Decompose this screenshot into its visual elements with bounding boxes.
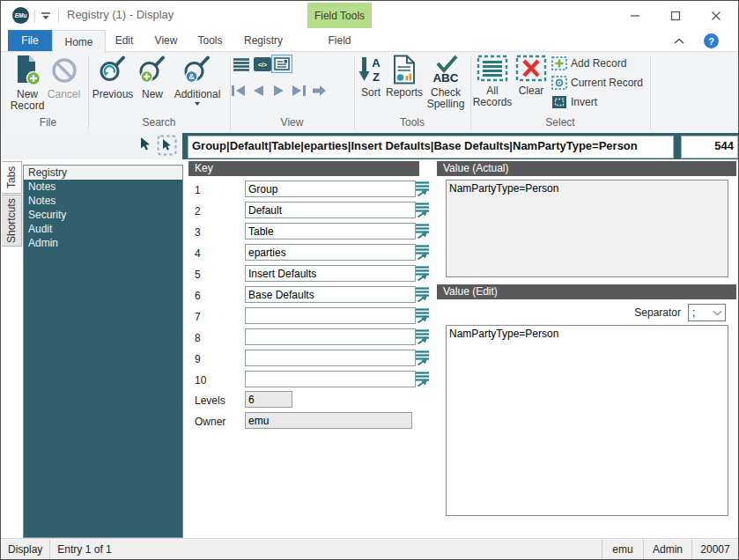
sidebar-item-admin[interactable]: Admin: [24, 236, 182, 250]
current-record-button[interactable]: Current Record: [551, 75, 643, 91]
registry-path-field[interactable]: Group|Default|Table|eparties|Insert Defa…: [188, 136, 674, 158]
previous-record-icon[interactable]: [250, 84, 267, 98]
new-record-button[interactable]: New Record: [10, 55, 45, 112]
details-view-icon[interactable]: [271, 55, 292, 73]
tab-registry[interactable]: Registry: [233, 30, 294, 51]
value-edit-textarea[interactable]: NamPartyType=Person: [446, 325, 728, 516]
collapse-ribbon-button[interactable]: [674, 38, 684, 45]
owner-field: [245, 412, 412, 429]
lookup-list-icon[interactable]: [415, 328, 431, 345]
additional-search-icon: &: [182, 55, 212, 86]
owner-label: Owner: [195, 416, 239, 428]
tab-view[interactable]: View: [144, 30, 188, 51]
lookup-list-icon[interactable]: [415, 181, 431, 197]
emu-logo-icon: EMu: [12, 7, 29, 24]
maximize-button[interactable]: [663, 6, 688, 26]
key-input-8[interactable]: [245, 328, 416, 345]
lookup-list-icon[interactable]: [415, 371, 431, 387]
sort-button[interactable]: A Z Sort: [354, 55, 388, 99]
select-cursor-icon[interactable]: [139, 136, 151, 151]
separator-dropdown[interactable]: ;: [688, 304, 726, 321]
next-record-icon[interactable]: [270, 84, 287, 98]
previous-search-button[interactable]: Previous: [92, 55, 134, 100]
levels-field: [245, 391, 292, 408]
additional-search-button[interactable]: & Additional: [171, 55, 224, 106]
code-view-icon[interactable]: </>: [254, 57, 271, 71]
status-group: Admin: [644, 543, 691, 556]
add-record-button[interactable]: Add Record: [551, 55, 626, 71]
help-button[interactable]: ?: [704, 33, 719, 48]
registry-count-field[interactable]: 544: [681, 136, 738, 158]
add-record-label: Add Record: [571, 57, 626, 70]
status-bar: Display Entry 1 of 1 emu Admin 20007: [1, 538, 738, 559]
tab-edit[interactable]: Edit: [104, 30, 144, 51]
sidebar-item-notes[interactable]: Notes: [24, 194, 182, 208]
key-input-3[interactable]: [245, 223, 416, 239]
minimize-button[interactable]: [623, 6, 647, 26]
window-title: Registry (1) - Display: [67, 8, 174, 21]
value-actual-textarea[interactable]: NamPartyType=Person: [446, 180, 728, 277]
app-window: EMu Registry (1) - Display Field Tools F…: [0, 0, 739, 560]
key-row-number: 8: [195, 332, 216, 344]
key-input-7[interactable]: [245, 307, 416, 324]
titlebar-separator: [34, 10, 35, 22]
tab-tools[interactable]: Tools: [188, 30, 233, 51]
invert-icon: [551, 95, 567, 109]
last-record-icon[interactable]: [291, 84, 307, 98]
previous-search-icon: [98, 55, 128, 86]
invert-selection-button[interactable]: Invert: [551, 94, 597, 110]
sidebar-item-registry[interactable]: Registry: [24, 166, 182, 180]
quick-access-toolbar-button[interactable]: [41, 11, 51, 20]
lookup-list-icon[interactable]: [415, 223, 431, 239]
key-input-2[interactable]: [245, 202, 416, 218]
tab-field[interactable]: Field: [307, 30, 372, 51]
first-record-icon[interactable]: [230, 84, 247, 98]
all-records-button[interactable]: All Records: [473, 55, 512, 108]
tab-file[interactable]: File: [8, 30, 52, 51]
tab-home[interactable]: Home: [52, 30, 106, 53]
key-input-9[interactable]: [245, 350, 416, 366]
levels-label: Levels: [195, 394, 239, 407]
lookup-list-icon[interactable]: [415, 202, 431, 218]
sidebar-item-security[interactable]: Security: [24, 208, 182, 222]
cancel-button[interactable]: Cancel: [46, 55, 82, 100]
clear-selection-button[interactable]: Clear: [514, 55, 549, 97]
reports-button[interactable]: Reports: [386, 55, 423, 99]
check-spelling-button[interactable]: ABC Check Spelling: [422, 55, 469, 110]
new-search-button[interactable]: New: [134, 55, 171, 100]
value-edit-header: Value (Edit): [437, 284, 736, 299]
abc-glyph: ABC: [432, 71, 458, 85]
lookup-list-icon[interactable]: [415, 265, 431, 282]
key-row-number: 10: [195, 374, 216, 387]
lookup-list-icon[interactable]: [415, 307, 431, 324]
lookup-list-icon[interactable]: [415, 350, 431, 366]
side-tab-tabs[interactable]: Tabs: [2, 161, 22, 194]
side-tab-shortcuts[interactable]: Shortcuts: [2, 195, 22, 247]
key-input-5[interactable]: [245, 265, 416, 282]
sidebar-item-audit[interactable]: Audit: [24, 222, 182, 236]
key-input-10[interactable]: [245, 371, 416, 387]
clear-icon: [515, 55, 547, 83]
key-input-1[interactable]: [245, 181, 416, 197]
new-record-icon: [12, 55, 42, 86]
marquee-select-icon[interactable]: [157, 135, 177, 156]
key-input-6[interactable]: [245, 286, 416, 303]
list-view-icon[interactable]: [233, 57, 250, 71]
key-row-number: 1: [195, 184, 216, 196]
key-row-number: 4: [195, 247, 216, 260]
group-label-search: Search: [88, 116, 230, 129]
status-entry: Entry 1 of 1: [50, 543, 118, 556]
sidebar-item-notes[interactable]: Notes: [24, 180, 182, 194]
lookup-list-icon[interactable]: [415, 244, 431, 261]
lookup-list-icon[interactable]: [415, 286, 431, 303]
goto-record-icon[interactable]: [311, 84, 328, 98]
status-user: emu: [602, 543, 643, 556]
close-button[interactable]: [704, 6, 728, 26]
all-records-icon: [477, 55, 508, 83]
key-input-4[interactable]: [245, 244, 416, 261]
reports-label: Reports: [386, 87, 423, 99]
registry-path-bar: Group|Default|Table|eparties|Insert Defa…: [182, 133, 738, 159]
status-mode: Display: [1, 543, 49, 556]
additional-label: Additional: [174, 89, 221, 100]
status-port: 20007: [692, 543, 738, 556]
